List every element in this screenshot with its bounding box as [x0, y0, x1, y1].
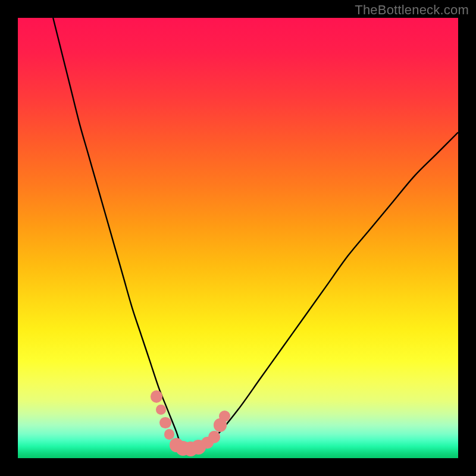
- bottleneck-curve: [18, 18, 458, 458]
- data-point: [159, 417, 171, 428]
- data-point: [156, 405, 165, 414]
- data-point: [208, 431, 221, 443]
- watermark: TheBottleneck.com: [355, 2, 469, 18]
- data-point: [151, 390, 163, 403]
- plot-area: [18, 18, 458, 458]
- chart-frame: TheBottleneck.com: [0, 0, 476, 476]
